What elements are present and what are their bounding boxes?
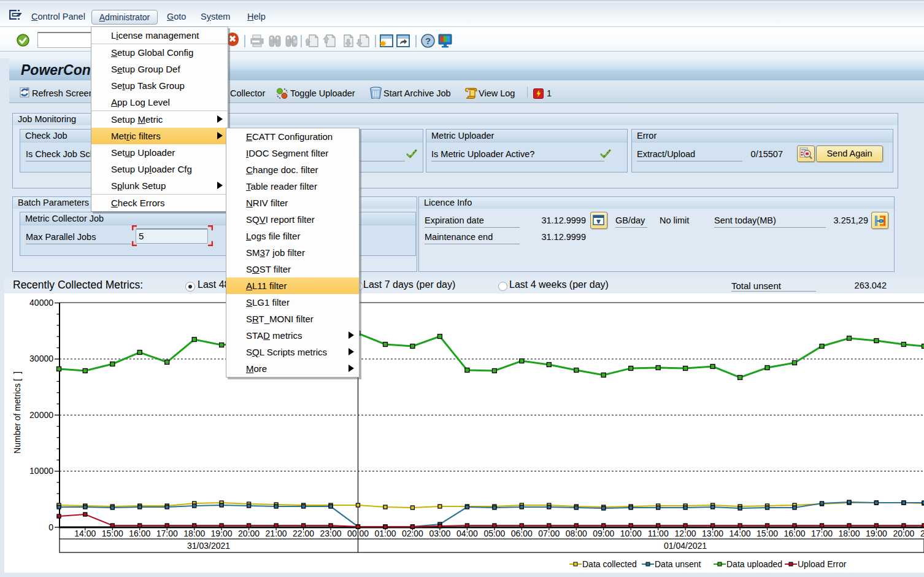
svg-text:04:00: 04:00 bbox=[456, 529, 478, 538]
svg-text:15:00: 15:00 bbox=[102, 529, 123, 538]
svg-text:07:00: 07:00 bbox=[538, 529, 560, 538]
svg-text:16:00: 16:00 bbox=[783, 529, 805, 538]
svg-text:09:00: 09:00 bbox=[593, 529, 614, 538]
svg-text:02:00: 02:00 bbox=[402, 529, 423, 538]
svg-text:15:00: 15:00 bbox=[757, 529, 778, 538]
svg-text:14:00: 14:00 bbox=[74, 529, 96, 538]
svg-text:Data collected: Data collected bbox=[582, 559, 637, 569]
svg-text:23:00: 23:00 bbox=[320, 529, 341, 538]
svg-text:0: 0 bbox=[48, 522, 53, 532]
svg-text:Data uploaded: Data uploaded bbox=[726, 559, 782, 569]
svg-text:14:00: 14:00 bbox=[730, 529, 751, 538]
svg-text:22:00: 22:00 bbox=[293, 529, 314, 538]
svg-text:17:00: 17:00 bbox=[811, 529, 833, 538]
svg-text:16:00: 16:00 bbox=[129, 529, 150, 538]
svg-text:21:00: 21:00 bbox=[266, 529, 287, 538]
svg-text:21:00: 21:00 bbox=[920, 529, 924, 538]
svg-text:11:00: 11:00 bbox=[648, 529, 669, 538]
svg-text:18:00: 18:00 bbox=[183, 529, 205, 538]
svg-text:10:00: 10:00 bbox=[620, 529, 642, 538]
svg-text:20000: 20000 bbox=[29, 410, 53, 420]
svg-text:19:00: 19:00 bbox=[211, 529, 233, 538]
svg-text:08:00: 08:00 bbox=[566, 529, 587, 538]
svg-text:Number of metrics [ ]: Number of metrics [ ] bbox=[12, 371, 22, 454]
svg-text:19:00: 19:00 bbox=[866, 529, 887, 538]
svg-text:20:00: 20:00 bbox=[238, 529, 260, 538]
svg-text:18:00: 18:00 bbox=[838, 529, 860, 538]
svg-text:Upload Error: Upload Error bbox=[798, 559, 847, 569]
svg-text:Data unsent: Data unsent bbox=[655, 559, 701, 569]
svg-text:12:00: 12:00 bbox=[675, 529, 696, 538]
svg-text:30000: 30000 bbox=[29, 354, 53, 363]
svg-text:01/04/2021: 01/04/2021 bbox=[664, 541, 707, 551]
svg-text:40000: 40000 bbox=[29, 298, 53, 308]
svg-text:13:00: 13:00 bbox=[702, 529, 723, 538]
svg-text:20:00: 20:00 bbox=[893, 529, 914, 538]
svg-text:01:00: 01:00 bbox=[374, 529, 396, 538]
svg-text:17:00: 17:00 bbox=[156, 529, 178, 538]
svg-text:03:00: 03:00 bbox=[429, 529, 450, 538]
svg-text:05:00: 05:00 bbox=[483, 529, 505, 538]
svg-text:10000: 10000 bbox=[29, 466, 53, 476]
svg-text:06:00: 06:00 bbox=[511, 529, 533, 538]
svg-text:31/03/2021: 31/03/2021 bbox=[187, 541, 230, 551]
